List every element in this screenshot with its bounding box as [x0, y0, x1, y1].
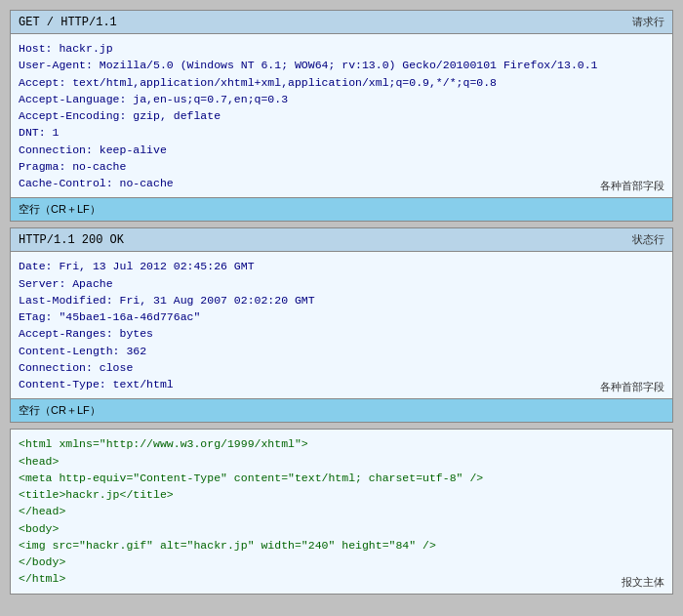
response-panel: HTTP/1.1 200 OK 状态行 Date: Fri, 13 Jul 20… — [10, 227, 673, 423]
request-header: GET / HTTP/1.1 请求行 — [11, 11, 672, 34]
request-blank-row: 空行（CR＋LF） — [11, 197, 672, 221]
body-panel: <html xmlns="http://www.w3.org/1999/xhtm… — [10, 429, 673, 594]
request-body: Host: hackr.jp User-Agent: Mozilla/5.0 (… — [11, 34, 672, 197]
request-line-label: 请求行 — [632, 15, 664, 29]
response-header: HTTP/1.1 200 OK 状态行 — [11, 228, 672, 252]
request-panel: GET / HTTP/1.1 请求行 Host: hackr.jp User-A… — [10, 10, 673, 222]
response-body: Date: Fri, 13 Jul 2012 02:45:26 GMT Serv… — [11, 252, 672, 398]
body-label: 报文主体 — [622, 575, 664, 590]
response-status-label: 状态行 — [632, 232, 664, 247]
body-content: <html xmlns="http://www.w3.org/1999/xhtm… — [11, 430, 672, 593]
request-fields-label: 各种首部字段 — [600, 179, 664, 193]
response-fields-label: 各种首部字段 — [600, 380, 664, 394]
request-line-text: GET / HTTP/1.1 — [19, 16, 117, 29]
response-status-text: HTTP/1.1 200 OK — [19, 233, 124, 247]
response-blank-row: 空行（CR＋LF） — [11, 398, 672, 422]
